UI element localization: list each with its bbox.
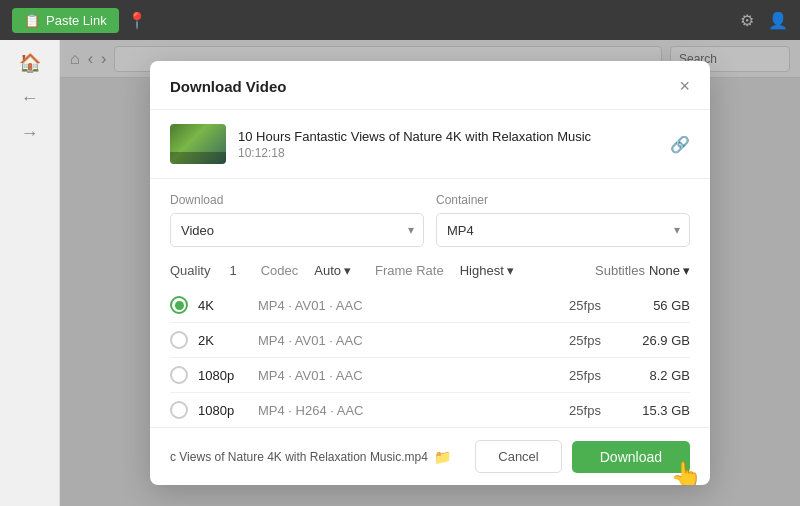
subtitles-arrow: ▾	[683, 263, 690, 278]
video-thumbnail	[170, 124, 226, 164]
modal-header: Download Video ×	[150, 61, 710, 110]
table-row[interactable]: 1080p MP4 · AV01 · AAC 25fps 8.2 GB	[170, 357, 690, 392]
container-group: Container MP4 MKV WebM ▾	[436, 193, 690, 247]
format-row: Download Video Audio ▾ Container	[150, 179, 710, 257]
clipboard-icon: 📋	[24, 13, 40, 28]
codec-dropdown[interactable]: Auto ▾	[314, 263, 351, 278]
radio-1080p-h264[interactable]	[170, 401, 188, 419]
video-meta: 10 Hours Fantastic Views of Nature 4K wi…	[238, 129, 658, 160]
cancel-button[interactable]: Cancel	[475, 440, 561, 473]
quality-count: 1	[229, 263, 236, 278]
table-row[interactable]: 1080p MP4 · H264 · AAC 25fps 15.3 GB	[170, 392, 690, 427]
app-toolbar: 📋 Paste Link 📍 ⚙ 👤	[0, 0, 800, 40]
app-background: 📋 Paste Link 📍 ⚙ 👤 🏠 ← → ⌂ ‹ ›	[0, 0, 800, 506]
download-button[interactable]: Download 👆	[572, 441, 690, 473]
link-icon: 🔗	[670, 135, 690, 154]
forward-icon[interactable]: →	[21, 123, 39, 144]
folder-icon[interactable]: 📁	[434, 449, 451, 465]
download-type-group: Download Video Audio ▾	[170, 193, 424, 247]
res-1080p-h264: 1080p	[198, 403, 258, 418]
download-type-select[interactable]: Video Audio	[170, 213, 424, 247]
paste-link-button[interactable]: 📋 Paste Link	[12, 8, 119, 33]
subtitles-value: None	[649, 263, 680, 278]
back-icon[interactable]: ←	[21, 88, 39, 109]
filename-text: c Views of Nature 4K with Relaxation Mus…	[170, 450, 428, 464]
framerate-label: Frame Rate	[375, 263, 444, 278]
container-select[interactable]: MP4 MKV WebM	[436, 213, 690, 247]
size-1080p-h264: 15.3 GB	[620, 403, 690, 418]
table-row[interactable]: 4K MP4 · AV01 · AAC 25fps 56 GB	[170, 288, 690, 322]
codec-1080p-h264: MP4 · H264 · AAC	[258, 403, 550, 418]
radio-4k[interactable]	[170, 296, 188, 314]
codec-label: Codec	[261, 263, 299, 278]
fps-1080p-h264: 25fps	[550, 403, 620, 418]
radio-1080p-av01[interactable]	[170, 366, 188, 384]
home-icon[interactable]: 🏠	[19, 52, 41, 74]
download-select-wrapper: Video Audio ▾	[170, 213, 424, 247]
container-label: Container	[436, 193, 690, 207]
subtitles-dropdown[interactable]: None ▾	[649, 263, 690, 278]
res-2k: 2K	[198, 333, 258, 348]
settings-icon[interactable]: ⚙	[740, 11, 754, 30]
framerate-arrow: ▾	[507, 263, 514, 278]
size-1080p-av01: 8.2 GB	[620, 368, 690, 383]
video-duration: 10:12:18	[238, 146, 658, 160]
video-title: 10 Hours Fantastic Views of Nature 4K wi…	[238, 129, 658, 144]
subtitles-group: Subtitles None ▾	[595, 263, 690, 278]
cursor-icon: 👆	[670, 460, 702, 486]
res-4k: 4K	[198, 298, 258, 313]
codec-arrow: ▾	[344, 263, 351, 278]
framerate-value: Highest	[460, 263, 504, 278]
res-1080p-av01: 1080p	[198, 368, 258, 383]
radio-2k[interactable]	[170, 331, 188, 349]
app-main: ⌂ ‹ › Download Video	[60, 40, 800, 506]
codec-1080p-av01: MP4 · AV01 · AAC	[258, 368, 550, 383]
video-info-row: 10 Hours Fantastic Views of Nature 4K wi…	[150, 110, 710, 179]
app-sidebar: 🏠 ← →	[0, 40, 60, 506]
codec-value: Auto	[314, 263, 341, 278]
radio-inner-4k	[175, 301, 184, 310]
modal-title: Download Video	[170, 78, 286, 95]
download-modal: Download Video × 10 Hours Fantastic View…	[150, 61, 710, 485]
subtitles-label: Subtitles	[595, 263, 645, 278]
paste-link-label: Paste Link	[46, 13, 107, 28]
codec-4k: MP4 · AV01 · AAC	[258, 298, 550, 313]
app-content: 🏠 ← → ⌂ ‹ ›	[0, 40, 800, 506]
modal-overlay: Download Video × 10 Hours Fantastic View…	[60, 40, 800, 506]
quality-list: 4K MP4 · AV01 · AAC 25fps 56 GB 2K MP4 ·…	[150, 288, 710, 427]
toolbar-right: ⚙ 👤	[740, 11, 788, 30]
framerate-dropdown[interactable]: Highest ▾	[460, 263, 514, 278]
fps-4k: 25fps	[550, 298, 620, 313]
container-select-wrapper: MP4 MKV WebM ▾	[436, 213, 690, 247]
filename-area: c Views of Nature 4K with Relaxation Mus…	[170, 449, 465, 465]
user-icon[interactable]: 👤	[768, 11, 788, 30]
download-btn-label: Download	[600, 449, 662, 465]
table-row[interactable]: 2K MP4 · AV01 · AAC 25fps 26.9 GB	[170, 322, 690, 357]
quality-label: Quality	[170, 263, 210, 278]
fps-2k: 25fps	[550, 333, 620, 348]
quality-options-row: Quality 1 Codec Auto ▾ Frame Rate Highes…	[150, 257, 710, 288]
modal-footer: c Views of Nature 4K with Relaxation Mus…	[150, 427, 710, 485]
download-label: Download	[170, 193, 424, 207]
fps-1080p-av01: 25fps	[550, 368, 620, 383]
modal-close-button[interactable]: ×	[679, 77, 690, 95]
codec-2k: MP4 · AV01 · AAC	[258, 333, 550, 348]
size-2k: 26.9 GB	[620, 333, 690, 348]
location-icon: 📍	[127, 11, 147, 30]
size-4k: 56 GB	[620, 298, 690, 313]
